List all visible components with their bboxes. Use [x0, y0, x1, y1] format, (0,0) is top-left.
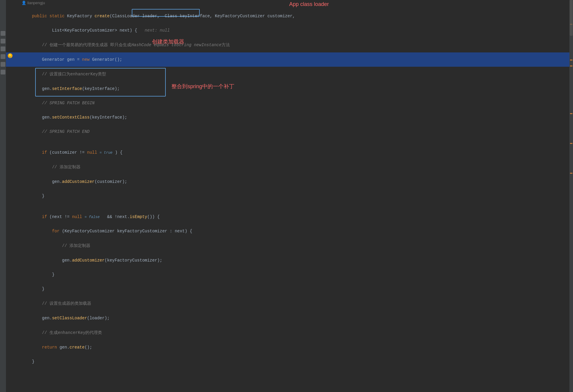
scrollbar-marker-3 — [570, 66, 572, 66]
code-line-16: if (next != null = false && !next.isEmpt… — [6, 210, 569, 224]
code-line-13: gen.addCustomizer(customizer); — [6, 175, 569, 189]
code-line-7: // SPRING PATCH BEGIN — [6, 96, 569, 110]
code-line-11: if (customizer != null = true ) { — [6, 145, 569, 160]
code-line-17: for (KeyFactoryCustomizer keyFactoryCust… — [6, 224, 569, 238]
code-line-26: } — [6, 354, 569, 369]
scrollbar-marker-6 — [570, 173, 572, 174]
user-badge: 👤 lianpengju — [21, 1, 45, 5]
code-line-6: gen.setInterface(keyInterface); — [6, 82, 569, 96]
left-sidebar — [0, 0, 6, 392]
right-scrollbar[interactable] — [569, 0, 573, 392]
breakpoint-bulb: 💡 — [8, 53, 13, 58]
code-line-8: gen.setContextClass(keyInterface); — [6, 110, 569, 125]
scrollbar-marker-5 — [570, 143, 572, 144]
editor-container: 👤 lianpengju App class loader 创建类加载器 整合到… — [0, 0, 573, 392]
scrollbar-marker-4 — [570, 113, 572, 114]
code-line-9: // SPRING PATCH END — [6, 125, 569, 139]
code-line-1: public static KeyFactory create(ClassLoa… — [6, 9, 569, 23]
code-line-23: gen.setClassLoader(loader); — [6, 311, 569, 325]
code-line-4-highlighted: 💡 Generator gen = new Generator(); — [6, 52, 569, 67]
sidebar-icon-2 — [1, 39, 5, 43]
sidebar-icon-1 — [1, 31, 5, 36]
code-line-22: // 设置生成器的类加载器 — [6, 296, 569, 311]
code-line-12: // 添加定制器 — [6, 160, 569, 175]
sidebar-icon-3 — [1, 46, 5, 51]
sidebar-icon-5 — [1, 62, 5, 67]
code-line-14: } — [6, 189, 569, 203]
code-line-18: // 添加定制器 — [6, 238, 569, 253]
code-line-25: return gen.create(); — [6, 340, 569, 354]
scrollbar-thumb[interactable] — [570, 0, 573, 36]
code-line-3: // 创建一个最简易的代理类生成器 即只会生成HashCode equals t… — [6, 38, 569, 52]
code-line-21: } — [6, 282, 569, 296]
code-line-2: List<KeyFactoryCustomizer> next) { next:… — [6, 23, 569, 38]
code-line-19: gen.addCustomizer(keyFactoryCustomizer); — [6, 253, 569, 267]
sidebar-icon-6 — [1, 70, 5, 74]
annotation-app-class-loader: App class loader — [289, 1, 329, 7]
code-line-24: // 生成enhancerKey的代理类 — [6, 325, 569, 340]
code-area[interactable]: 👤 lianpengju App class loader 创建类加载器 整合到… — [6, 0, 569, 392]
code-line-5: // 设置接口为enhancerKey类型 — [6, 67, 569, 82]
code-line-blank-1 — [6, 139, 569, 145]
code-line-20: } — [6, 267, 569, 282]
scrollbar-marker-2 — [570, 60, 572, 60]
sidebar-icon-4 — [1, 54, 5, 59]
code-line-blank-2 — [6, 203, 569, 210]
